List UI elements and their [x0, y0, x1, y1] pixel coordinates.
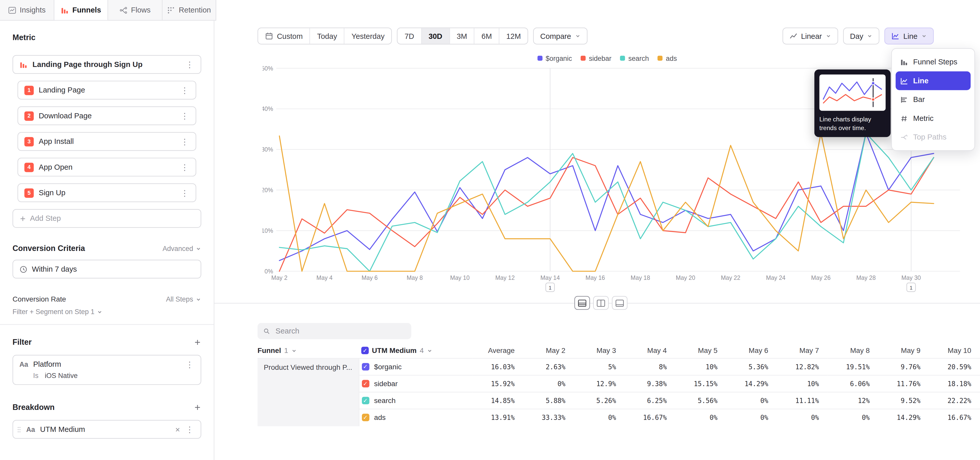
chevron-down-icon	[427, 348, 433, 353]
value-cell: 0%	[828, 409, 878, 426]
column-header-may-6: May 6	[726, 343, 777, 358]
date-preset-custom[interactable]: Custom	[258, 28, 310, 44]
close-icon[interactable]: ×	[175, 425, 180, 433]
add-filter-button[interactable]	[194, 339, 201, 346]
range-preset-6m[interactable]: 6M	[474, 28, 499, 44]
date-preset-today[interactable]: Today	[310, 28, 344, 44]
kebab-icon[interactable]: ⋮	[180, 137, 189, 146]
value-cell: 12.9%	[574, 375, 625, 392]
conversion-criteria-heading: Conversion Criteria	[13, 244, 85, 253]
range-preset-group: 7D30D3M6M12M	[397, 27, 528, 45]
value-cell: 11.76%	[878, 375, 929, 392]
value-cell: 11.11%	[777, 392, 828, 409]
tab-retention[interactable]: Retention	[162, 0, 216, 20]
compare-button[interactable]: Compare	[533, 27, 587, 45]
funnel-step-3[interactable]: 3App Install⋮	[18, 132, 196, 151]
step-label: App Install	[39, 137, 175, 146]
tab-insights[interactable]: Insights	[0, 0, 54, 20]
all-steps-dropdown[interactable]: All Steps	[166, 295, 201, 303]
range-preset-12m[interactable]: 12M	[499, 28, 528, 44]
funnel-step-5[interactable]: 5Sign Up⋮	[18, 184, 196, 202]
value-cell: 22.22%	[929, 392, 980, 409]
breakdown-property-label: UTM Medium	[40, 425, 170, 434]
advanced-dropdown[interactable]: Advanced	[162, 245, 201, 252]
kebab-icon[interactable]: ⋮	[180, 86, 189, 94]
line-dropdown-button[interactable]: Line	[885, 27, 934, 45]
layout-toggle-split-horizontal[interactable]	[574, 296, 590, 310]
tab-funnels[interactable]: Funnels	[54, 0, 108, 20]
funnel-step-2[interactable]: 2Download Page⋮	[18, 106, 196, 125]
day-dropdown-button[interactable]: Day	[843, 27, 880, 45]
column-header-may-8: May 8	[828, 343, 878, 358]
value-cell: 18.18%	[929, 375, 980, 392]
kebab-icon[interactable]: ⋮	[180, 163, 189, 171]
value-cell: 0%	[676, 409, 726, 426]
annotation-marker[interactable]: 1	[907, 283, 915, 292]
linear-dropdown-button[interactable]: Linear	[782, 27, 838, 45]
menu-item-metric[interactable]: Metric	[896, 109, 970, 128]
svg-text:May 2: May 2	[271, 275, 287, 281]
kebab-icon[interactable]: ⋮	[180, 188, 189, 197]
menu-item-bar[interactable]: Bar	[896, 90, 970, 109]
funnel-step-1[interactable]: 1Landing Page⋮	[18, 81, 196, 99]
breakdown-item-utm-medium[interactable]: Aa UTM Medium × ⋮	[13, 420, 201, 439]
value-cell: 13.91%	[473, 409, 523, 426]
legend-item-organic[interactable]: $organic	[538, 54, 572, 62]
kebab-icon[interactable]: ⋮	[180, 112, 189, 120]
funnel-column-header[interactable]: Funnel1	[258, 343, 359, 358]
add-breakdown-button[interactable]	[194, 404, 201, 411]
legend-item-sidebar[interactable]: sidebar	[581, 54, 611, 62]
line-chart-preview	[819, 74, 886, 111]
legend-item-search[interactable]: search	[620, 54, 649, 62]
range-preset-3m[interactable]: 3M	[449, 28, 474, 44]
retention-icon	[167, 6, 175, 14]
legend-item-ads[interactable]: ads	[658, 54, 677, 62]
value-cell: 0%	[777, 409, 828, 426]
menu-item-funnel-steps[interactable]: Funnel Steps	[896, 53, 970, 71]
breakdown-column-header[interactable]: ✓UTM Medium4	[359, 343, 473, 358]
filter-value[interactable]: iOS Native	[45, 372, 78, 379]
step-number-badge: 4	[24, 163, 34, 172]
layout-toggle-table-bottom[interactable]	[612, 296, 628, 310]
chevron-down-icon	[291, 348, 297, 353]
conversion-window[interactable]: Within 7 days	[13, 260, 201, 278]
search-input[interactable]	[274, 326, 406, 336]
series-checkbox-organic[interactable]: ✓	[362, 363, 369, 370]
series-label: ads	[374, 414, 386, 421]
funnel-step-list: 1Landing Page⋮2Download Page⋮3App Instal…	[13, 81, 201, 202]
table-search	[258, 323, 411, 339]
select-all-checkbox[interactable]: ✓	[361, 347, 369, 354]
funnel-card[interactable]: Landing Page through Sign Up ⋮	[13, 55, 201, 74]
filter-segment-dropdown[interactable]: Filter + Segment on Step 1	[13, 308, 201, 315]
filter-item-platform[interactable]: Aa Platform ⋮ Is iOS Native	[13, 355, 201, 385]
svg-text:10%: 10%	[262, 227, 273, 234]
funnel-step-4[interactable]: 4App Open⋮	[18, 158, 196, 176]
filter-operator[interactable]: Is	[33, 372, 38, 379]
value-cell: 6.06%	[828, 375, 878, 392]
tab-flows[interactable]: Flows	[108, 0, 162, 20]
drag-handle-icon[interactable]	[17, 425, 21, 433]
series-line-organic[interactable]	[280, 133, 934, 260]
layout-toggle-split-vertical[interactable]	[593, 296, 609, 310]
kebab-icon[interactable]: ⋮	[185, 60, 194, 69]
range-preset-30d[interactable]: 30D	[421, 28, 449, 44]
series-line-ads[interactable]	[280, 133, 934, 271]
date-preset-yesterday[interactable]: Yesterday	[344, 28, 391, 44]
plus-icon	[19, 215, 26, 222]
menu-item-line[interactable]: Line	[896, 71, 970, 90]
conversion-window-label: Within 7 days	[32, 265, 194, 273]
series-checkbox-ads[interactable]: ✓	[362, 414, 369, 421]
kebab-icon[interactable]: ⋮	[185, 360, 194, 368]
annotation-marker[interactable]: 1	[546, 283, 554, 292]
svg-text:May 8: May 8	[407, 275, 423, 281]
add-step-button[interactable]: Add Step	[13, 209, 201, 228]
svg-text:May 30: May 30	[901, 275, 921, 281]
value-cell: 14.29%	[878, 409, 929, 426]
value-cell: 9.38%	[625, 375, 676, 392]
bar-chart-icon	[900, 95, 908, 104]
kebab-icon[interactable]: ⋮	[185, 425, 194, 433]
series-checkbox-search[interactable]: ✓	[362, 397, 369, 404]
range-preset-7d[interactable]: 7D	[398, 28, 421, 44]
svg-text:May 14: May 14	[540, 275, 560, 281]
series-checkbox-sidebar[interactable]: ✓	[362, 380, 369, 387]
